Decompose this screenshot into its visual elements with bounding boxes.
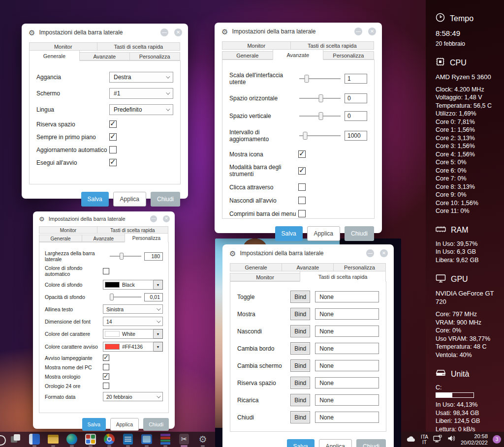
tab-monitor[interactable]: Monitor [222,41,291,50]
dropdown-arrow-button[interactable]: ▼ [154,342,163,352]
bind-button[interactable]: Bind [290,325,310,337]
close-dialog-button[interactable]: Chiudi [151,192,180,207]
language-select[interactable]: Predefinito [109,104,173,115]
update-interval-slider[interactable] [299,131,341,140]
titlebar[interactable]: ⚙ Impostazioni della barra laterale — ✕ [215,23,382,36]
tab-customize[interactable]: Personalizza [129,52,180,60]
show-clock-checkbox[interactable] [103,373,109,380]
bind-button[interactable]: Bind [290,308,310,320]
tab-general[interactable]: Generale [230,263,282,271]
onedrive-cloud-icon[interactable] [406,435,416,444]
tab-advanced[interactable]: Avanzate [282,263,334,271]
close-dialog-button[interactable]: Chiudi [356,439,386,447]
bind-button[interactable]: Bind [290,394,310,406]
slider-thumb[interactable] [318,94,323,102]
hotkey-value-field[interactable]: None [315,360,379,371]
date-format-select[interactable]: 20 febbraio [103,392,163,401]
clock-date[interactable]: 20:58 20/02/2022 [461,433,488,446]
run-at-startup-checkbox[interactable] [109,159,117,166]
language-indicator[interactable]: ITA IT [421,434,428,445]
titlebar[interactable]: ⚙ Impostazioni della barra laterale — ✕ [22,24,188,37]
slider-thumb[interactable] [110,294,114,300]
hotkey-value-field[interactable]: None [315,394,379,406]
apply-button[interactable]: Applica [319,439,352,447]
hotkey-value-field[interactable]: None [315,326,379,337]
bg-color-select[interactable]: Black ▼ [103,280,163,290]
bind-button[interactable]: Bind [290,377,310,389]
close-button[interactable]: ✕ [380,249,388,257]
auto-update-checkbox[interactable] [109,146,117,153]
search-icon[interactable] [0,435,6,446]
minimize-button[interactable]: — [160,29,168,36]
tab-advanced[interactable]: Avanzate [273,49,324,60]
save-button[interactable]: Salva [81,192,109,207]
tab-hotkeys[interactable]: Tasti di scelta rapida [300,271,386,282]
hotkey-value-field[interactable]: None [315,377,379,388]
sidebar-width-value[interactable]: 180 [144,252,163,261]
bg-opacity-slider[interactable] [110,293,141,301]
apply-button[interactable]: Applica [110,418,139,431]
slider-thumb[interactable] [305,75,309,83]
dropdown-arrow-button[interactable]: ▼ [154,329,163,339]
horizontal-space-slider[interactable] [299,94,341,103]
close-dialog-button[interactable]: Chiudi [143,418,169,431]
auto-bg-color-checkbox[interactable] [103,268,109,274]
tab-hotkeys[interactable]: Tasti di scelta rapida [290,41,375,50]
volume-icon[interactable] [447,435,456,444]
tab-advanced[interactable]: Avanzate [79,52,130,60]
snipping-tool-icon[interactable]: ✂ [178,433,190,445]
vertical-space-value[interactable]: 0 [345,111,367,121]
tab-customize[interactable]: Personalizza [125,233,168,242]
show-icon-checkbox[interactable] [298,150,306,158]
blinking-alert-checkbox[interactable] [103,355,109,361]
settings-gear-icon[interactable]: ⚙ [197,433,209,445]
clock-24h-checkbox[interactable] [103,383,109,389]
hotkey-value-field[interactable]: None [315,291,379,302]
tab-monitor[interactable]: Monitor [39,226,97,234]
slider-thumb[interactable] [120,253,124,260]
tab-hotkeys[interactable]: Tasti di scelta rapida [97,226,168,234]
click-through-checkbox[interactable] [298,183,306,191]
save-button[interactable]: Salva [82,418,106,431]
titlebar[interactable]: ⚙ Impostazioni della barra laterale — ✕ [222,244,394,258]
tab-hotkeys[interactable]: Tasti di scelta rapida [97,42,180,51]
minimize-button[interactable]: — [354,28,362,35]
save-button[interactable]: Salva [275,226,303,241]
slider-thumb[interactable] [303,132,307,140]
update-interval-value[interactable]: 1000 [345,131,367,141]
slider-thumb[interactable] [318,112,323,120]
toolbar-mode-checkbox[interactable] [298,167,306,175]
tab-customize[interactable]: Personalizza [323,51,374,60]
alert-color-select[interactable]: #FF4136 ▼ [103,342,163,352]
dropdown-arrow-button[interactable]: ▼ [154,280,163,290]
bind-button[interactable]: Bind [290,291,310,303]
hide-at-startup-checkbox[interactable] [298,197,306,204]
hotkey-value-field[interactable]: None [315,343,379,354]
bind-button[interactable]: Bind [290,359,310,372]
text-align-select[interactable]: Sinistra [103,304,163,314]
vertical-space-slider[interactable] [299,112,341,120]
sidebar-width-slider[interactable] [110,252,141,261]
always-on-top-checkbox[interactable] [109,133,117,141]
tab-monitor[interactable]: Monitor [29,42,97,51]
close-dialog-button[interactable]: Chiudi [345,226,374,241]
minimize-button[interactable]: — [366,249,374,257]
close-button[interactable]: ✕ [368,28,376,35]
network-icon[interactable] [433,435,442,445]
apply-button[interactable]: Applica [307,226,340,241]
tab-general[interactable]: Generale [29,50,80,61]
tab-general[interactable]: Generale [222,51,273,60]
ui-scale-slider[interactable] [299,74,341,83]
apply-button[interactable]: Applica [113,192,146,207]
bind-button[interactable]: Bind [290,411,310,423]
font-size-select[interactable]: 14 [103,317,163,326]
font-color-select[interactable]: White ▼ [103,329,163,339]
hotkey-value-field[interactable]: None [315,412,379,423]
hotkey-value-field[interactable]: None [315,308,379,320]
close-button[interactable]: ✕ [174,29,182,36]
titlebar[interactable]: ⚙ Impostazioni della barra laterale — ✕ [33,211,175,222]
notification-badge[interactable]: 3 [493,435,501,444]
save-button[interactable]: Salva [287,439,315,447]
close-button[interactable]: ✕ [163,215,170,222]
tab-customize[interactable]: Personalizza [333,263,385,271]
